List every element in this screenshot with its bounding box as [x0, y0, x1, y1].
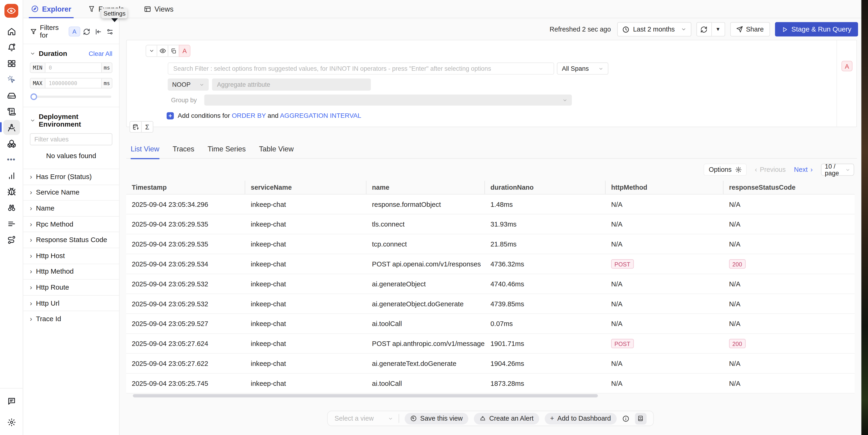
group-by-select[interactable]: [205, 95, 572, 106]
aggregate-attribute-input[interactable]: Aggregate attribute: [212, 78, 371, 91]
home-icon[interactable]: [3, 24, 20, 39]
refresh-dropdown-caret[interactable]: ▼: [712, 22, 725, 36]
collapse-query-icon[interactable]: [146, 45, 157, 57]
share-button[interactable]: Share: [730, 22, 770, 36]
aggregation-interval-link[interactable]: AGGREGATION INTERVAL: [280, 112, 361, 120]
col-response-status-code[interactable]: responseStatusCode: [723, 181, 855, 194]
tab-explorer[interactable]: Explorer: [31, 0, 71, 18]
filter-section[interactable]: › Response Status Code: [23, 232, 119, 248]
cell-status-code: N/A: [729, 240, 740, 248]
col-service-name[interactable]: serviceName: [245, 181, 367, 194]
add-conditions-row[interactable]: + Add conditions for ORDER BY and AGGREG…: [167, 112, 361, 120]
col-name[interactable]: name: [367, 181, 485, 194]
add-to-dashboard-button[interactable]: + Add to Dashboard: [545, 413, 616, 424]
filter-section[interactable]: › Service Name: [23, 185, 119, 200]
tab-list-view[interactable]: List View: [131, 140, 159, 158]
select-view-dropdown[interactable]: Select a view: [335, 414, 393, 422]
filter-section[interactable]: › Http Url: [23, 295, 119, 311]
table-row[interactable]: 2025-09-04 23:05:29.532 inkeep-chat ai.g…: [126, 294, 855, 314]
max-input[interactable]: 100000000: [45, 78, 101, 88]
clear-all-link[interactable]: Clear All: [89, 50, 112, 57]
filter-section-label: Service Name: [36, 189, 80, 196]
search-filter-input[interactable]: Search Filter : select options from sugg…: [168, 62, 554, 74]
info-icon[interactable]: [622, 415, 629, 422]
integrations-icon[interactable]: [3, 232, 20, 247]
logs-pipelines-icon[interactable]: [3, 216, 20, 231]
metrics-icon[interactable]: [3, 168, 20, 183]
table-row[interactable]: 2025-09-04 23:05:29.534 inkeep-chat POST…: [126, 255, 855, 274]
table-row[interactable]: 2025-09-04 23:05:29.535 inkeep-chat tls.…: [126, 214, 855, 234]
cell-service-name: inkeep-chat: [245, 294, 367, 313]
query-name-chip[interactable]: A: [179, 45, 190, 57]
table-row[interactable]: 2025-09-04 23:05:27.624 inkeep-chat POST…: [126, 334, 855, 354]
plus-icon[interactable]: +: [167, 112, 174, 119]
services-icon[interactable]: [3, 88, 20, 103]
toggle-visibility-icon[interactable]: [157, 45, 168, 57]
min-input[interactable]: 0: [45, 63, 101, 73]
downloads-icon[interactable]: [635, 413, 646, 424]
alerts-icon[interactable]: [3, 40, 20, 55]
col-duration-nano[interactable]: durationNano: [485, 181, 606, 194]
filter-section[interactable]: › Rpc Method: [23, 216, 119, 232]
settings-gear-icon[interactable]: [3, 414, 20, 429]
support-chat-icon[interactable]: [3, 394, 20, 408]
filter-section[interactable]: › Http Method: [23, 263, 119, 279]
table-row[interactable]: 2025-09-04 23:05:29.532 inkeep-chat ai.g…: [126, 274, 855, 294]
filter-section[interactable]: › Http Host: [23, 248, 119, 263]
cell-timestamp: 2025-09-04 23:05:29.532: [126, 294, 245, 313]
exceptions-icon[interactable]: [3, 184, 20, 199]
save-view-button[interactable]: Save this view: [405, 413, 468, 424]
table-row[interactable]: 2025-09-04 23:05:34.296 inkeep-chat resp…: [126, 195, 855, 214]
get-started-icon[interactable]: [3, 72, 20, 87]
table-row[interactable]: 2025-09-04 23:05:29.527 inkeep-chat ai.t…: [126, 314, 855, 334]
order-by-link[interactable]: ORDER BY: [232, 112, 266, 120]
horizontal-scrollbar[interactable]: [126, 394, 855, 398]
sync-icon[interactable]: [83, 28, 90, 35]
tab-traces[interactable]: Traces: [173, 140, 194, 158]
slider-handle[interactable]: [30, 94, 37, 100]
stage-run-query-button[interactable]: Stage & Run Query: [775, 22, 858, 36]
traces-explorer-icon[interactable]: [3, 120, 20, 135]
service-map-icon[interactable]: [3, 200, 20, 215]
filter-section[interactable]: › Name: [23, 200, 119, 216]
panel-query-chip[interactable]: A: [841, 61, 853, 71]
more-icon[interactable]: •••: [3, 152, 20, 167]
cell-name: POST api.anthropic.com/v1/messages: [367, 334, 485, 353]
signoz-logo[interactable]: [4, 4, 18, 18]
logs-icon[interactable]: [3, 104, 20, 119]
filter-section[interactable]: › Has Error (Status): [23, 169, 119, 185]
add-query-icon[interactable]: [129, 121, 142, 133]
aggregation-operator-select[interactable]: NOOP: [168, 78, 209, 91]
scrollbar-thumb[interactable]: [133, 394, 598, 397]
tab-time-series[interactable]: Time Series: [208, 140, 246, 158]
time-range-select[interactable]: Last 2 months: [617, 22, 691, 36]
collapse-sidebar-icon[interactable]: [95, 28, 102, 35]
dashboards-icon[interactable]: [3, 56, 20, 71]
refresh-button[interactable]: [696, 22, 712, 36]
filter-settings-icon[interactable]: [106, 28, 114, 35]
next-page-button[interactable]: Next ›: [794, 166, 812, 173]
filter-values-input[interactable]: Filter values: [30, 133, 112, 145]
col-http-method[interactable]: httpMethod: [606, 181, 723, 194]
chevron-down-icon: [388, 416, 393, 421]
filters-query-chip[interactable]: A: [68, 27, 80, 36]
page-size-select[interactable]: 10 / page: [821, 164, 854, 176]
create-alert-button[interactable]: Create an Alert: [474, 413, 539, 424]
messaging-queues-icon[interactable]: [3, 136, 20, 151]
chevron-down-icon[interactable]: [30, 51, 35, 56]
filter-section[interactable]: › Trace Id: [23, 311, 119, 327]
copy-query-icon[interactable]: [168, 45, 179, 57]
duration-slider[interactable]: [31, 96, 112, 98]
table-row[interactable]: 2025-09-04 23:05:29.535 inkeep-chat tcp.…: [126, 234, 855, 255]
chevron-down-icon[interactable]: [30, 118, 35, 123]
table-row[interactable]: 2025-09-04 23:05:25.745 inkeep-chat ai.t…: [126, 373, 855, 394]
table-row[interactable]: 2025-09-04 23:05:27.622 inkeep-chat ai.g…: [126, 354, 855, 374]
add-formula-icon[interactable]: Σ: [141, 121, 153, 133]
col-timestamp[interactable]: Timestamp: [126, 181, 245, 194]
previous-page-button[interactable]: ‹ Previous: [755, 166, 786, 173]
options-button[interactable]: Options: [704, 164, 747, 176]
filter-section[interactable]: › Http Route: [23, 279, 119, 295]
span-scope-select[interactable]: All Spans: [557, 62, 609, 74]
tab-views[interactable]: Views: [144, 0, 174, 18]
tab-table-view[interactable]: Table View: [259, 140, 293, 158]
